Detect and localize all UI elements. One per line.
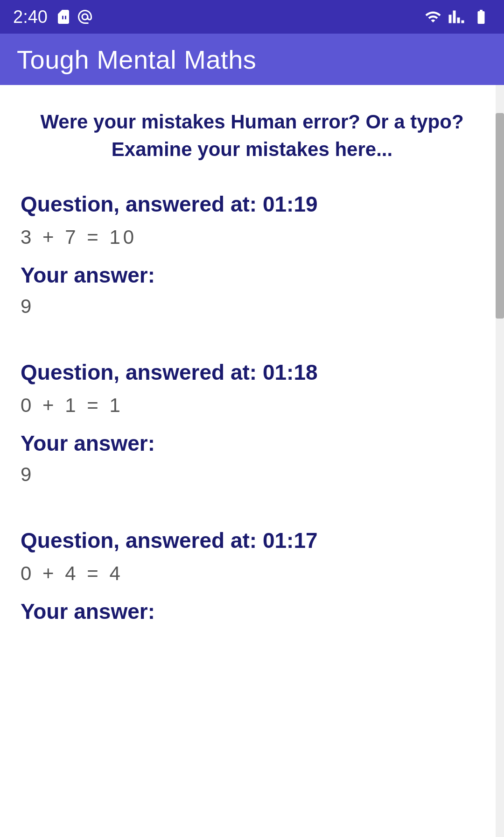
scrollbar-thumb[interactable] <box>496 113 504 319</box>
status-icons <box>55 8 93 25</box>
app-title: Tough Mental Maths <box>17 44 256 75</box>
sim-card-icon <box>55 8 72 25</box>
question-block-3: Question, answered at: 01:17 0 + 4 = 4 Y… <box>21 528 483 641</box>
question-timestamp-3: Question, answered at: 01:17 <box>21 528 483 553</box>
equation-1: 3 + 7 = 10 <box>21 226 483 248</box>
battery-icon <box>471 8 491 25</box>
question-timestamp-2: Question, answered at: 01:18 <box>21 360 483 385</box>
equation-2: 0 + 1 = 1 <box>21 394 483 417</box>
main-content: Were your mistakes Human error? Or a typ… <box>0 85 504 837</box>
your-answer-label-3: Your answer: <box>21 599 483 624</box>
intro-line2: Examine your mistakes here... <box>112 138 392 160</box>
your-answer-label-1: Your answer: <box>21 262 483 288</box>
your-answer-label-2: Your answer: <box>21 431 483 456</box>
equation-3: 0 + 4 = 4 <box>21 562 483 585</box>
signal-icon <box>448 8 465 25</box>
your-answer-value-2: 9 <box>21 463 483 486</box>
app-bar: Tough Mental Maths <box>0 34 504 85</box>
intro-text: Were your mistakes Human error? Or a typ… <box>21 108 483 163</box>
status-bar-left: 2:40 <box>13 7 93 27</box>
scrollbar[interactable] <box>496 85 504 837</box>
question-timestamp-1: Question, answered at: 01:19 <box>21 192 483 217</box>
question-block-1: Question, answered at: 01:19 3 + 7 = 10 … <box>21 192 483 327</box>
at-sign-icon <box>77 8 93 25</box>
status-time: 2:40 <box>13 7 48 27</box>
status-bar: 2:40 <box>0 0 504 34</box>
wifi-icon <box>425 8 441 25</box>
intro-line1: Were your mistakes Human error? Or a typ… <box>40 111 463 133</box>
status-bar-right <box>425 8 491 25</box>
question-block-2: Question, answered at: 01:18 0 + 1 = 1 Y… <box>21 360 483 495</box>
your-answer-value-1: 9 <box>21 295 483 318</box>
